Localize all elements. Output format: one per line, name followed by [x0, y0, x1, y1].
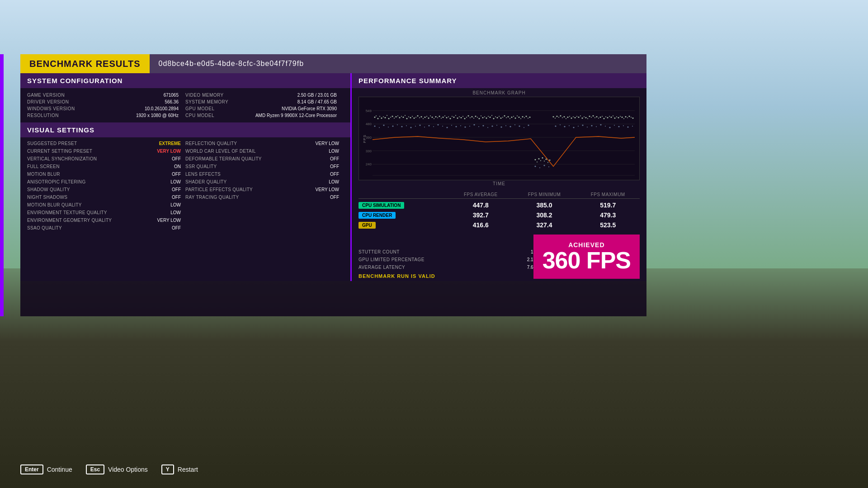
svg-point-54 [452, 116, 453, 117]
restart-button[interactable]: Y Restart [161, 465, 198, 474]
svg-point-35 [417, 115, 419, 117]
svg-point-79 [497, 117, 498, 118]
svg-point-48 [441, 118, 442, 119]
svg-point-169 [451, 125, 452, 126]
svg-point-113 [564, 116, 565, 117]
svg-point-11 [374, 117, 376, 118]
stats-left: STUTTER COUNT 1 GPU LIMITED PERCENTAGE 2… [359, 248, 533, 279]
svg-point-130 [594, 117, 595, 118]
config-system-memory: SYSTEM MEMORY 8.14 GB / 47.65 GB [185, 99, 344, 105]
svg-point-72 [484, 117, 485, 117]
svg-point-116 [569, 116, 570, 117]
svg-point-142 [616, 117, 617, 117]
cpu-render-avg: 392.7 [449, 211, 513, 219]
enter-key: Enter [20, 465, 43, 474]
svg-point-187 [535, 166, 536, 167]
svg-point-208 [632, 126, 633, 127]
right-panel: PERFORMANCE SUMMARY BENCHMARK GRAPH FPS [352, 73, 646, 281]
svg-point-194 [569, 125, 570, 126]
fps-axis-label: FPS [363, 134, 367, 143]
svg-point-166 [438, 124, 439, 126]
visual-settings-header: VISUAL SETTINGS [20, 122, 350, 137]
svg-point-63 [468, 115, 469, 117]
esc-key: Esc [86, 465, 104, 474]
settings-left: SUGGESTED PRESET EXTREME CURRENT SETTING… [27, 140, 185, 232]
config-driver-version: DRIVER VERSION 566.36 [27, 99, 185, 105]
video-options-button[interactable]: Esc Video Options [86, 465, 148, 474]
svg-point-207 [627, 127, 629, 128]
svg-text:549: 549 [366, 109, 372, 113]
system-config-grid: GAME VERSION 671065 DRIVER VERSION 566.3… [20, 88, 350, 122]
avg-latency-value: 7.6 [527, 265, 533, 270]
svg-point-53 [450, 118, 451, 119]
setting-motion-blur-quality: MOTION BLUR QUALITY LOW [27, 201, 185, 209]
restart-label: Restart [178, 466, 198, 473]
svg-point-163 [424, 127, 425, 127]
svg-point-38 [423, 118, 424, 119]
svg-point-112 [562, 117, 563, 118]
setting-world-car: WORLD CAR LEVEL OF DETAIL LOW [185, 147, 344, 155]
setting-current-preset: CURRENT SETTING PRESET VERY LOW [27, 147, 185, 155]
svg-point-121 [578, 117, 580, 118]
svg-point-65 [472, 116, 473, 117]
benchmark-title: BENCHMARK RESULTS [20, 54, 150, 73]
setting-ssr: SSR QUALITY OFF [185, 163, 344, 170]
title-bar: BENCHMARK RESULTS 0d8bce4b-e0d5-4bde-8cf… [20, 54, 646, 73]
bottom-bar: Enter Continue Esc Video Options Y Resta… [20, 465, 198, 474]
config-cpu-model: CPU MODEL AMD Ryzen 9 9900X 12-Core Proc… [185, 112, 344, 119]
visual-settings-grid: SUGGESTED PRESET EXTREME CURRENT SETTING… [20, 137, 350, 234]
system-config-header: SYSTEM CONFIGURATION [20, 73, 350, 88]
svg-point-154 [383, 125, 385, 126]
svg-point-129 [593, 115, 594, 117]
svg-point-135 [604, 118, 605, 119]
svg-point-125 [585, 117, 587, 118]
svg-point-90 [517, 116, 518, 117]
svg-point-103 [544, 160, 545, 161]
svg-point-81 [500, 117, 502, 119]
setting-suggested-preset: SUGGESTED PRESET EXTREME [27, 140, 185, 147]
config-game-version: GAME VERSION 671065 [27, 92, 185, 99]
svg-point-180 [501, 127, 502, 128]
svg-point-80 [499, 116, 500, 117]
svg-point-161 [415, 126, 416, 127]
svg-point-76 [491, 115, 492, 116]
benchmark-valid-label: BENCHMARK RUN IS VALID [359, 273, 533, 279]
svg-point-12 [376, 116, 377, 117]
svg-point-179 [496, 125, 497, 126]
svg-point-164 [429, 125, 430, 127]
config-gpu-model: GPU MODEL NVIDIA GeForce RTX 3090 [185, 105, 344, 112]
svg-point-203 [609, 127, 611, 128]
svg-point-200 [596, 126, 597, 127]
svg-point-61 [464, 118, 466, 119]
svg-point-82 [502, 117, 503, 118]
setting-shadow: SHADOW QUALITY OFF [27, 186, 185, 193]
svg-point-41 [428, 117, 429, 119]
cpu-render-badge: CPU RENDER [359, 212, 396, 219]
svg-point-137 [607, 117, 609, 118]
svg-point-186 [528, 125, 529, 126]
run-id: 0d8bce4b-e0d5-4bde-8cfc-3be04f7f79fb [150, 54, 646, 73]
bottom-stats: STUTTER COUNT 1 GPU LIMITED PERCENTAGE 2… [352, 232, 646, 281]
svg-point-157 [397, 124, 398, 125]
fps-row-cpu-sim: CPU SIMULATION 447.8 385.0 519.7 [359, 200, 640, 210]
svg-point-18 [387, 115, 387, 116]
settings-right: REFLECTION QUALITY VERY LOW WORLD CAR LE… [185, 140, 344, 232]
svg-point-69 [479, 118, 480, 119]
svg-point-27 [403, 117, 404, 118]
svg-point-105 [547, 162, 548, 163]
svg-point-145 [622, 117, 623, 118]
svg-point-57 [457, 117, 458, 119]
svg-point-206 [623, 125, 624, 126]
svg-point-45 [435, 116, 437, 117]
svg-point-126 [587, 118, 588, 119]
fps-max-header: FPS MAXIMUM [576, 192, 640, 197]
svg-point-181 [505, 125, 506, 126]
svg-point-56 [455, 115, 456, 116]
svg-point-120 [576, 116, 577, 117]
svg-point-59 [461, 117, 462, 118]
svg-point-20 [390, 117, 391, 118]
continue-button[interactable]: Enter Continue [20, 465, 72, 474]
config-video-memory: VIDEO MEMORY 2.50 GB / 23.01 GB [185, 92, 344, 99]
svg-point-149 [629, 116, 630, 117]
cpu-simulation-badge: CPU SIMULATION [359, 202, 404, 209]
